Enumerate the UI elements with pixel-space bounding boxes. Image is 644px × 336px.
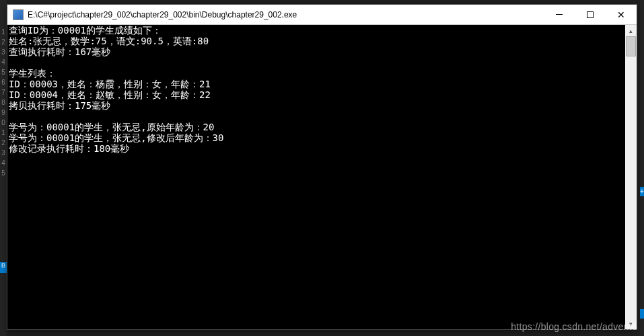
console-line: 学号为：00001的学生，张无忌,原始年龄为：20 <box>9 122 214 132</box>
scroll-up-arrow[interactable]: ▴ <box>625 25 637 36</box>
titlebar[interactable]: E:\C#\project\chapter29_002\chapter29_00… <box>7 5 637 25</box>
console-line: ID：00004，姓名：赵敏，性别：女，年龄：22 <box>9 89 211 100</box>
close-button[interactable]: ✕ <box>606 5 637 25</box>
watermark-text: https://blog.csdn.net/advent8 <box>511 321 637 332</box>
console-window: E:\C#\project\chapter29_002\chapter29_00… <box>7 4 637 330</box>
right-edge <box>640 0 644 336</box>
window-controls: ✕ <box>544 5 637 25</box>
right-badge-plus[interactable]: + <box>640 187 644 196</box>
editor-line-gutter: 123 456 789 012 345 <box>0 0 7 336</box>
console-output[interactable]: 查询ID为：00001的学生成绩如下： 姓名:张无忌，数学:75，语文:90.5… <box>7 25 625 329</box>
vertical-scrollbar[interactable]: ▴ ▾ <box>625 25 637 329</box>
window-title: E:\C#\project\chapter29_002\chapter29_00… <box>28 10 544 19</box>
right-badge-info[interactable] <box>640 309 644 319</box>
console-line: 学生列表： <box>9 68 56 79</box>
scroll-thumb[interactable] <box>626 36 636 56</box>
console-line: 修改记录执行耗时：180毫秒 <box>9 143 129 154</box>
console-line: 查询执行耗时：167毫秒 <box>9 46 110 57</box>
console-line: 查询ID为：00001的学生成绩如下： <box>9 25 162 36</box>
maximize-icon <box>587 11 594 18</box>
console-line: 学号为：00001的学生，张无忌,修改后年龄为：30 <box>9 132 223 143</box>
minimize-icon <box>556 14 563 15</box>
console-line: ID：00003，姓名：杨霞，性别：女，年龄：21 <box>9 79 211 89</box>
maximize-button[interactable] <box>575 5 606 25</box>
console-line: 姓名:张无忌，数学:75，语文:90.5，英语:80 <box>9 36 209 46</box>
minimize-button[interactable] <box>544 5 575 25</box>
console-body: 查询ID为：00001的学生成绩如下： 姓名:张无忌，数学:75，语文:90.5… <box>7 25 637 329</box>
app-icon <box>13 9 24 20</box>
close-icon: ✕ <box>617 10 625 19</box>
console-line: 拷贝执行耗时：175毫秒 <box>9 100 110 111</box>
gutter-badge: B <box>0 262 7 273</box>
